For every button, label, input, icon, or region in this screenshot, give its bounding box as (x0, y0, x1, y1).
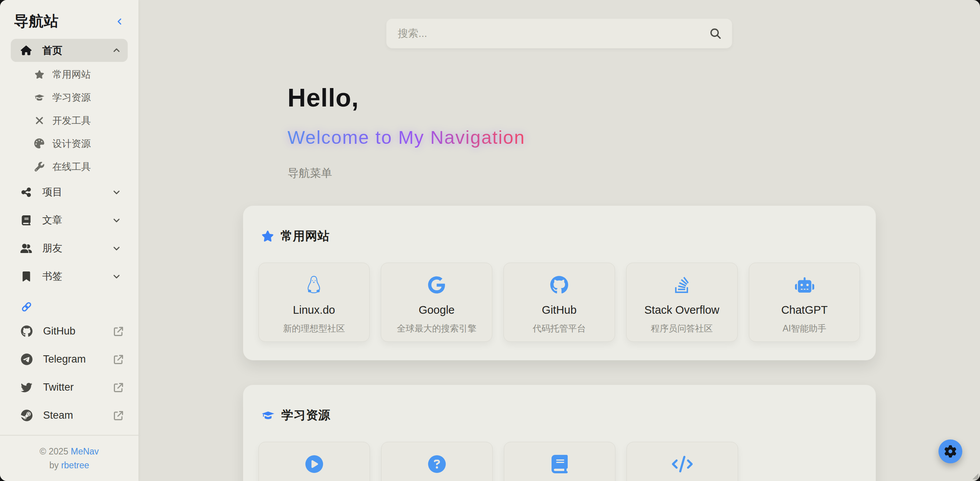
sidebar-item-label: 在线工具 (52, 160, 91, 173)
star-icon (34, 70, 45, 79)
copyright-line: © 2025 MeNav (4, 445, 135, 459)
card-grid: Linux.do 新的理想型社区 Google 全球最大的搜索引擎 (258, 263, 860, 342)
site-title: 导航站 (14, 12, 59, 31)
sidebar-link-telegram[interactable]: Telegram (11, 345, 128, 373)
section-header: 学习资源 (258, 402, 860, 423)
social-link-label: GitHub (43, 325, 75, 337)
bookmark-icon (20, 271, 32, 281)
card-description: 新的理想型社区 (283, 323, 345, 335)
twitter-icon (20, 382, 33, 393)
by-text: by (49, 460, 58, 470)
palette-icon (34, 138, 45, 148)
sidebar-item-label: 首页 (42, 44, 62, 57)
github-icon (20, 325, 33, 337)
telegram-icon (20, 353, 33, 365)
book-icon (20, 215, 32, 225)
sidebar-item-design[interactable]: 设计资源 (11, 132, 128, 155)
book-icon (552, 454, 568, 474)
chevron-up-icon (112, 46, 121, 55)
external-link-icon (114, 327, 123, 336)
card-title: Stack Overflow (644, 304, 719, 316)
site-card-stackoverflow[interactable]: Stack Overflow 程序员问答社区 (626, 263, 738, 342)
sidebar-item-label: 朋友 (42, 241, 62, 255)
home-icon (20, 45, 32, 56)
sidebar-item-label: 设计资源 (52, 137, 91, 150)
app-window: 导航站 首页 常用网站 (0, 0, 980, 481)
site-card-leetcode[interactable]: LeetCode (627, 442, 738, 481)
search-icon[interactable] (710, 28, 721, 39)
sidebar-item-dev-tools[interactable]: 开发工具 (11, 109, 128, 132)
sidebar-item-articles[interactable]: 文章 (11, 206, 128, 234)
stack-overflow-icon (674, 275, 690, 295)
github-icon (550, 275, 568, 295)
sidebar-item-label: 文章 (42, 213, 62, 227)
section-title: 常用网站 (281, 228, 330, 244)
sidebar-item-friends[interactable]: 朋友 (11, 234, 128, 262)
chevron-left-icon (115, 17, 124, 26)
author-line: by rbetree (4, 459, 135, 473)
search-bar (386, 18, 732, 48)
resize-handle-icon[interactable] (972, 473, 978, 479)
circle-question-icon (428, 454, 446, 474)
sidebar-link-steam[interactable]: Steam (11, 401, 128, 429)
copyright-text: © 2025 (40, 446, 68, 456)
linux-icon (305, 275, 323, 295)
home-submenu: 常用网站 学习资源 开发工具 设计资源 (11, 63, 128, 178)
social-link-label: Twitter (43, 381, 74, 393)
sidebar-item-label: 常用网站 (52, 68, 91, 81)
circle-play-icon (305, 454, 323, 474)
sidebar-item-bookmarks[interactable]: 书签 (11, 262, 128, 290)
sidebar-item-label: 开发工具 (52, 114, 91, 127)
screwdriver-wrench-icon (34, 116, 45, 125)
sidebar-item-home[interactable]: 首页 (11, 39, 128, 62)
site-card-juejin[interactable]: 掘金 (504, 442, 615, 481)
sidebar-header: 导航站 (11, 10, 128, 31)
greeting-subtitle: 导航菜单 (288, 166, 876, 181)
card-description: AI智能助手 (783, 323, 827, 335)
sidebar-item-label: 学习资源 (52, 91, 91, 104)
card-title: ChatGPT (781, 304, 828, 316)
sidebar-item-projects[interactable]: 项目 (11, 178, 128, 206)
hello-heading: Hello, (288, 83, 876, 112)
users-icon (20, 243, 32, 254)
site-card-google[interactable]: Google 全球最大的搜索引擎 (381, 263, 492, 342)
sidebar-link-twitter[interactable]: Twitter (11, 373, 128, 401)
sidebar-item-learning[interactable]: 学习资源 (11, 86, 128, 109)
sidebar-item-online-tools[interactable]: 在线工具 (11, 155, 128, 178)
wrench-icon (34, 162, 45, 171)
site-card-github[interactable]: GitHub 代码托管平台 (503, 263, 615, 342)
greeting-block: Hello, Welcome to My Navigation 导航菜单 (243, 48, 876, 181)
link-icon (20, 300, 33, 313)
sidebar-link-github[interactable]: GitHub (11, 317, 128, 345)
social-links-divider (11, 296, 128, 317)
sidebar-collapse-button[interactable] (113, 15, 126, 28)
site-card-linuxdo[interactable]: Linux.do 新的理想型社区 (258, 263, 370, 342)
robot-icon (795, 275, 814, 295)
chevron-down-icon (112, 216, 121, 225)
social-link-label: Steam (43, 409, 73, 421)
site-card-chatgpt[interactable]: ChatGPT AI智能助手 (749, 263, 860, 342)
steam-icon (20, 409, 33, 421)
content-column: Hello, Welcome to My Navigation 导航菜单 常用网… (243, 48, 876, 481)
menav-link[interactable]: MeNav (71, 446, 99, 456)
card-title: Linux.do (293, 304, 335, 316)
section-title: 学习资源 (282, 407, 331, 423)
sidebar-item-common-sites[interactable]: 常用网站 (11, 63, 128, 86)
external-link-icon (114, 383, 123, 392)
settings-button[interactable] (938, 439, 962, 463)
chevron-down-icon (112, 244, 121, 253)
code-icon (672, 454, 693, 474)
sidebar: 导航站 首页 常用网站 (0, 0, 138, 481)
section-header: 常用网站 (258, 223, 860, 244)
card-title: GitHub (542, 304, 577, 316)
author-link[interactable]: rbetree (61, 460, 89, 470)
card-description: 全球最大的搜索引擎 (397, 323, 477, 335)
welcome-heading: Welcome to My Navigation (288, 127, 525, 148)
sidebar-item-label: 书签 (42, 270, 62, 283)
search-input[interactable] (398, 28, 710, 40)
google-icon (428, 275, 445, 295)
share-nodes-icon (20, 187, 32, 198)
site-card-bilibili[interactable]: 哔哩哔哩 (258, 442, 370, 481)
site-card-zhihu[interactable]: 知乎 (381, 442, 493, 481)
section-common-sites: 常用网站 Linux.do 新的理想型社区 Google (243, 206, 876, 360)
